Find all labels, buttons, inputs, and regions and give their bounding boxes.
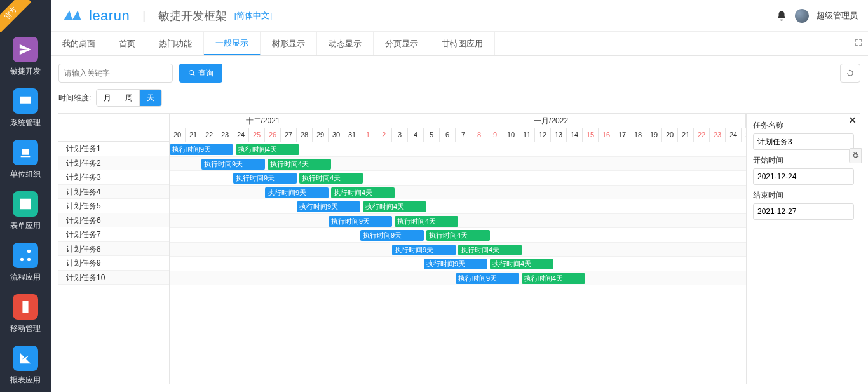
gantt-day: 23 bbox=[710, 128, 726, 142]
tab-6[interactable]: 分页显示 bbox=[374, 32, 430, 55]
tab-3[interactable]: 一般显示 bbox=[204, 32, 261, 55]
gantt-bar-secondary[interactable]: 执行时间4天 bbox=[522, 273, 585, 284]
gantt-row: 执行时间9天执行时间4天 bbox=[170, 271, 746, 286]
language-switch[interactable]: [简体中文] bbox=[234, 10, 272, 22]
gantt-bar-primary[interactable]: 执行时间9天 bbox=[392, 245, 456, 255]
sidebar-item-1[interactable]: 系统管理 bbox=[10, 83, 41, 135]
task-name-cell[interactable]: 计划任务3 bbox=[58, 170, 169, 185]
gantt-day: 6 bbox=[440, 128, 456, 142]
topbar: learun | 敏捷开发框架 [简体中文] 超级管理员 bbox=[51, 0, 868, 32]
user-name[interactable]: 超级管理员 bbox=[817, 10, 858, 22]
sidebar-item-3[interactable]: 表单应用 bbox=[10, 186, 41, 238]
task-name-cell[interactable]: 计划任务4 bbox=[58, 185, 169, 199]
task-name-cell[interactable]: 计划任务2 bbox=[58, 156, 169, 171]
tab-4[interactable]: 树形显示 bbox=[261, 32, 317, 55]
gantt-bar-secondary[interactable]: 执行时间4天 bbox=[268, 159, 331, 170]
tab-7[interactable]: 甘特图应用 bbox=[430, 32, 495, 55]
sidebar-item-6[interactable]: 报表应用 bbox=[10, 341, 41, 392]
gantt-bar-primary[interactable]: 执行时间9天 bbox=[233, 173, 297, 184]
gantt-day: 21 bbox=[678, 128, 694, 142]
task-name-field[interactable] bbox=[753, 133, 854, 150]
gantt-bar-secondary[interactable]: 执行时间4天 bbox=[490, 259, 553, 269]
gantt-bar-secondary[interactable]: 执行时间4天 bbox=[236, 144, 299, 155]
task-name-cell[interactable]: 计划任务9 bbox=[58, 256, 169, 271]
gantt-day: 20 bbox=[170, 128, 186, 142]
gantt-day: 15 bbox=[583, 128, 599, 142]
gantt-bar-secondary[interactable]: 执行时间4天 bbox=[458, 245, 522, 255]
gantt-bar-primary[interactable]: 执行时间9天 bbox=[265, 187, 329, 198]
sidebar-item-4[interactable]: 流程应用 bbox=[10, 238, 41, 289]
time-dim-月[interactable]: 月 bbox=[97, 90, 118, 106]
official-ribbon: 官方 bbox=[0, 0, 32, 32]
gantt-day: 24 bbox=[726, 128, 742, 142]
tab-1[interactable]: 首页 bbox=[107, 32, 147, 55]
task-name-cell[interactable]: 计划任务7 bbox=[58, 227, 169, 242]
logo: learun | 敏捷开发框架 [简体中文] bbox=[61, 8, 272, 24]
sidebar-item-0[interactable]: 敏捷开发 bbox=[10, 32, 41, 83]
gantt-day: 4 bbox=[408, 128, 424, 142]
gantt-row: 执行时间9天执行时间4天 bbox=[170, 157, 746, 172]
gantt-bar-primary[interactable]: 执行时间9天 bbox=[424, 259, 487, 269]
gantt-bar-primary[interactable]: 执行时间9天 bbox=[297, 201, 360, 212]
gantt-bar-secondary[interactable]: 执行时间4天 bbox=[395, 216, 458, 227]
gantt-day: 30 bbox=[329, 128, 344, 142]
refresh-button[interactable] bbox=[840, 64, 860, 83]
gantt-day: 17 bbox=[614, 128, 630, 142]
task-name-cell[interactable]: 计划任务6 bbox=[58, 213, 169, 228]
gantt-day: 25 bbox=[742, 128, 746, 142]
avatar[interactable] bbox=[795, 9, 809, 23]
gantt-day: 13 bbox=[551, 128, 567, 142]
gantt-day: 8 bbox=[471, 128, 487, 142]
gantt-bar-primary[interactable]: 执行时间9天 bbox=[456, 273, 519, 284]
sidebar-item-5[interactable]: 移动管理 bbox=[10, 289, 41, 341]
gantt-day: 10 bbox=[503, 128, 519, 142]
tab-0[interactable]: 我的桌面 bbox=[51, 32, 107, 55]
gantt-bar-primary[interactable]: 执行时间9天 bbox=[201, 159, 265, 170]
task-name-label: 任务名称 bbox=[753, 120, 854, 131]
start-time-field[interactable] bbox=[753, 168, 854, 185]
gantt-bar-primary[interactable]: 执行时间9天 bbox=[170, 144, 233, 155]
search-input[interactable] bbox=[58, 64, 173, 83]
gantt-bar-primary[interactable]: 执行时间9天 bbox=[360, 230, 424, 241]
gantt-day: 11 bbox=[519, 128, 535, 142]
tab-2[interactable]: 热门功能 bbox=[147, 32, 204, 55]
bell-icon[interactable] bbox=[776, 10, 787, 22]
task-name-cell[interactable]: 计划任务10 bbox=[58, 271, 169, 285]
end-time-field[interactable] bbox=[753, 203, 854, 220]
gantt-bar-secondary[interactable]: 执行时间4天 bbox=[331, 187, 395, 198]
gantt-day: 26 bbox=[265, 128, 281, 142]
gantt-bar-secondary[interactable]: 执行时间4天 bbox=[299, 173, 363, 184]
gantt-day: 5 bbox=[424, 128, 440, 142]
toolbar: 查询 bbox=[58, 64, 860, 83]
gantt-day: 22 bbox=[201, 128, 217, 142]
gantt-row: 执行时间9天执行时间4天 bbox=[170, 228, 746, 243]
tab-5[interactable]: 动态显示 bbox=[317, 32, 374, 55]
gantt-month: 十二/2021 bbox=[170, 114, 356, 128]
gantt-day: 21 bbox=[186, 128, 201, 142]
task-name-cell[interactable]: 计划任务8 bbox=[58, 242, 169, 257]
gantt-bar-secondary[interactable]: 执行时间4天 bbox=[426, 230, 490, 241]
time-dimension: 时间维度: 月周天 bbox=[58, 89, 860, 107]
gantt-day: 2 bbox=[376, 128, 392, 142]
gantt-day: 27 bbox=[281, 128, 297, 142]
task-name-cell[interactable]: 计划任务1 bbox=[58, 142, 169, 156]
expand-icon[interactable] bbox=[854, 38, 863, 47]
refresh-icon bbox=[846, 69, 855, 78]
gantt-bar-primary[interactable]: 执行时间9天 bbox=[329, 216, 392, 227]
gantt-day: 3 bbox=[392, 128, 408, 142]
task-name-cell[interactable]: 计划任务5 bbox=[58, 199, 169, 213]
gantt-row: 执行时间9天执行时间4天 bbox=[170, 171, 746, 186]
gear-icon[interactable] bbox=[849, 148, 862, 163]
gantt-day: 12 bbox=[535, 128, 551, 142]
gantt-bar-secondary[interactable]: 执行时间4天 bbox=[363, 201, 426, 212]
gantt-day: 25 bbox=[249, 128, 265, 142]
start-time-label: 开始时间 bbox=[753, 155, 854, 166]
time-dim-天[interactable]: 天 bbox=[140, 90, 161, 106]
gantt-day: 18 bbox=[630, 128, 646, 142]
gantt-day: 31 bbox=[344, 128, 360, 142]
time-dim-周[interactable]: 周 bbox=[118, 90, 140, 106]
search-button[interactable]: 查询 bbox=[179, 64, 222, 83]
time-dim-label: 时间维度: bbox=[58, 93, 91, 104]
close-icon[interactable]: ✕ bbox=[849, 115, 857, 125]
sidebar-item-2[interactable]: 单位组织 bbox=[10, 135, 41, 186]
